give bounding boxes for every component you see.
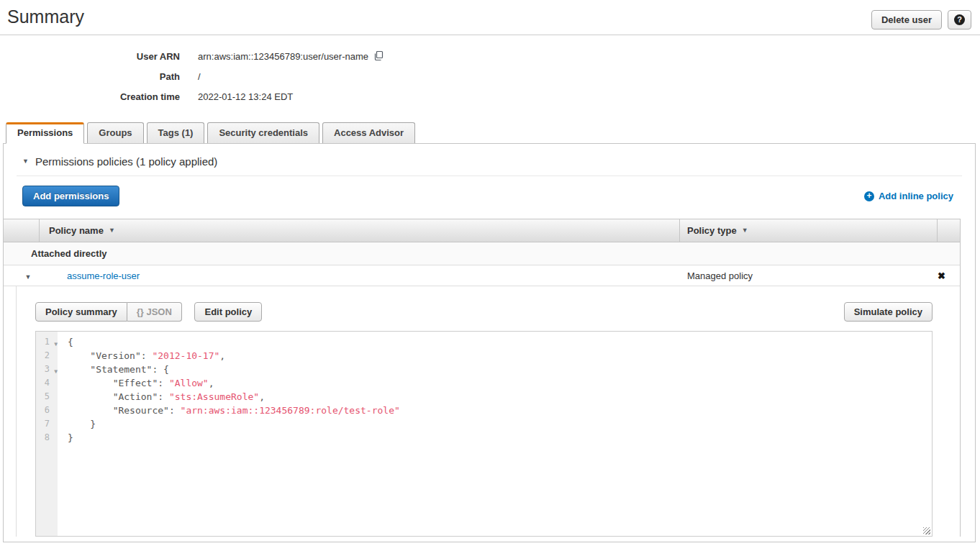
editor-resize-handle[interactable]: [923, 527, 930, 534]
sort-caret-icon: ▼: [109, 227, 115, 234]
header-cell-policy-name[interactable]: Policy name ▼: [40, 219, 680, 242]
question-icon: ?: [954, 14, 965, 25]
code-punctuation: :: [158, 391, 169, 402]
code-string-value: "arn:aws:iam::123456789:role/test-role": [181, 405, 400, 416]
line-number-text: 4: [45, 378, 50, 388]
tab-security-credentials[interactable]: Security credentials: [207, 122, 319, 143]
code-line: "Effect": "Allow",: [68, 376, 932, 390]
tab-permissions[interactable]: Permissions: [6, 122, 84, 144]
code-punctuation: {: [68, 337, 73, 347]
code-key: "Version": [90, 350, 140, 361]
add-permissions-button[interactable]: Add permissions: [22, 186, 119, 206]
info-row: User ARNarn:aws:iam::123456789:user/user…: [0, 46, 980, 66]
header-actions: Delete user ?: [871, 10, 971, 29]
user-info-section: User ARNarn:aws:iam::123456789:user/user…: [0, 35, 980, 109]
code-punctuation: :: [158, 378, 169, 388]
code-key: "Effect": [113, 378, 158, 388]
editor-code-area[interactable]: { "Version": "2012-10-17", "Statement": …: [58, 332, 932, 536]
page-header: Summary Delete user ?: [0, 0, 980, 35]
info-row: Path/: [0, 66, 980, 86]
tab-access-advisor[interactable]: Access Advisor: [322, 122, 415, 143]
row-expand-cell: ▼: [4, 270, 40, 281]
header-cell-policy-type[interactable]: Policy type ▼: [680, 219, 938, 242]
line-number: 2: [36, 349, 58, 363]
code-line: "Action": "sts:AssumeRole",: [68, 390, 932, 404]
code-punctuation: [68, 350, 90, 361]
code-punctuation: [68, 364, 90, 375]
policy-name-header-label: Policy name: [49, 225, 104, 236]
code-punctuation: :: [141, 350, 153, 361]
json-policy-editor[interactable]: 1▼23▼45678 { "Version": "2012-10-17", "S…: [35, 331, 933, 537]
section-collapse-caret-icon[interactable]: ▼: [22, 158, 29, 165]
plus-circle-icon: +: [864, 191, 874, 201]
sort-caret-icon: ▼: [742, 227, 748, 234]
line-number-text: 5: [45, 391, 50, 401]
copy-icon[interactable]: [373, 50, 384, 63]
code-line: "Version": "2012-10-17",: [68, 349, 932, 363]
info-label: User ARN: [0, 51, 180, 62]
row-expand-caret-icon[interactable]: ▼: [25, 273, 32, 281]
code-punctuation: }: [68, 432, 73, 443]
code-line: "Statement": {: [68, 363, 932, 376]
code-string-value: "Allow": [169, 378, 209, 388]
policy-view-toggle-group: Policy summary {} JSON: [35, 302, 182, 322]
permissions-panel: ▼ Permissions policies (1 policy applied…: [3, 143, 976, 542]
policy-type-header-label: Policy type: [687, 225, 737, 236]
info-row: Creation time2022-01-12 13:24 EDT: [0, 86, 980, 106]
tabs-bar: PermissionsGroupsTags (1)Security creden…: [0, 122, 980, 143]
add-inline-policy-link[interactable]: + Add inline policy: [864, 191, 953, 201]
policy-view-buttons: Policy summary {} JSON Edit policy: [35, 302, 262, 322]
code-punctuation: [68, 405, 113, 416]
policy-name-cell: assume-role-user: [40, 270, 680, 281]
header-cell-remove: [938, 219, 960, 242]
code-punctuation: ,: [219, 350, 225, 361]
line-number: 1▼: [36, 335, 58, 349]
line-number: 3▼: [36, 363, 58, 376]
line-number-text: 6: [45, 405, 50, 415]
policy-type-cell: Managed policy: [680, 270, 938, 281]
code-punctuation: ,: [209, 378, 214, 388]
editor-gutter: 1▼23▼45678: [36, 332, 58, 536]
policies-table-header: Policy name ▼ Policy type ▼: [4, 219, 960, 242]
code-line: }: [68, 417, 932, 431]
info-value-text: 2022-01-12 13:24 EDT: [198, 91, 293, 102]
permissions-policies-section-header: ▼ Permissions policies (1 policy applied…: [4, 144, 975, 168]
code-punctuation: : {: [152, 364, 168, 375]
line-number-text: 1: [45, 337, 50, 347]
remove-policy-icon[interactable]: ✖: [938, 270, 945, 281]
code-line: "Resource": "arn:aws:iam::123456789:role…: [68, 404, 932, 417]
line-number: 4: [36, 376, 58, 390]
line-number: 7: [36, 417, 58, 431]
group-row-attached-directly: Attached directly: [4, 242, 960, 265]
info-label: Creation time: [0, 91, 180, 102]
page-title: Summary: [7, 6, 84, 27]
info-value-text: arn:aws:iam::123456789:user/user-name: [198, 51, 368, 62]
line-number: 8: [36, 431, 58, 445]
remove-policy-cell: ✖: [938, 270, 960, 281]
delete-user-button[interactable]: Delete user: [871, 10, 942, 29]
tab-tags-1[interactable]: Tags (1): [147, 122, 205, 143]
code-string-value: "sts:AssumeRole": [169, 391, 259, 402]
line-number-text: 2: [45, 350, 50, 360]
policy-summary-button[interactable]: Policy summary: [35, 302, 127, 322]
section-title: Permissions policies (1 policy applied): [35, 155, 217, 168]
line-number: 5: [36, 390, 58, 404]
info-value: 2022-01-12 13:24 EDT: [198, 91, 293, 102]
policy-detail-panel: Policy summary {} JSON Edit policy Simul…: [16, 286, 960, 537]
help-button[interactable]: ?: [948, 10, 971, 29]
policy-name-link[interactable]: assume-role-user: [67, 270, 140, 281]
policy-detail-toolbar: Policy summary {} JSON Edit policy Simul…: [35, 302, 933, 322]
tab-groups[interactable]: Groups: [87, 122, 143, 143]
code-punctuation: }: [68, 419, 96, 429]
code-key: "Action": [113, 391, 158, 402]
code-key: "Statement": [90, 364, 152, 375]
edit-policy-button[interactable]: Edit policy: [194, 302, 262, 322]
simulate-policy-button[interactable]: Simulate policy: [844, 302, 933, 322]
info-label: Path: [0, 71, 180, 82]
code-punctuation: [68, 378, 113, 388]
code-line: {: [68, 335, 932, 349]
json-button[interactable]: {} JSON: [127, 302, 182, 322]
line-number-text: 3: [45, 364, 50, 374]
line-number-text: 8: [45, 432, 50, 442]
code-punctuation: [68, 391, 113, 402]
